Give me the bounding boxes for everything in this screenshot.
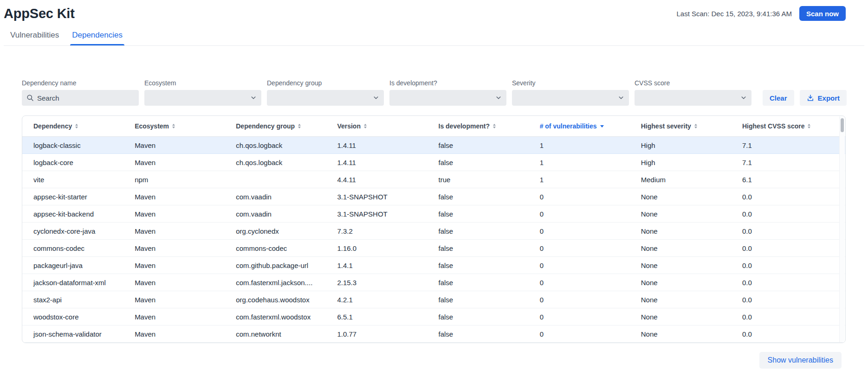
show-vulnerabilities-button[interactable]: Show vulnerabilities [759, 352, 842, 369]
sort-icon[interactable] [493, 124, 496, 128]
table-row[interactable]: vite npm 4.4.11 true 1 Medium 6.1 [22, 171, 845, 188]
cell-highest-cvss: 7.1 [735, 159, 836, 166]
cell-vulnerabilities: 0 [532, 193, 634, 201]
cell-highest-severity: None [634, 279, 735, 287]
cell-dependency-group: com.networknt [228, 330, 330, 338]
filter-dependency-name: Dependency name [22, 79, 139, 106]
chevron-down-icon [740, 95, 747, 101]
top-bar: AppSec Kit Last Scan: Dec 15, 2023, 9:41… [0, 0, 868, 22]
column-header-label: Ecosystem [135, 122, 169, 130]
table-row[interactable]: jackson-dataformat-xml Maven com.fasterx… [22, 274, 845, 291]
table-row[interactable]: logback-classic Maven ch.qos.logback 1.4… [22, 137, 845, 154]
filter-label: Dependency group [267, 79, 384, 87]
column-header-highest-severity[interactable]: Highest severity [634, 122, 735, 130]
table-row[interactable]: commons-codec Maven commons-codec 1.16.0… [22, 240, 845, 257]
filter-severity: Severity [512, 79, 629, 106]
sort-icon[interactable] [298, 124, 301, 128]
column-header-version[interactable]: Version [330, 122, 431, 130]
cell-highest-cvss: 0.0 [735, 296, 836, 304]
column-header-label: Dependency group [236, 122, 295, 130]
cell-dependency: appsec-kit-backend [26, 210, 127, 218]
search-input[interactable] [22, 90, 139, 106]
cell-is-development: false [431, 262, 532, 269]
cell-dependency: commons-codec [26, 244, 127, 252]
page-title: AppSec Kit [4, 6, 75, 21]
tab-dependencies[interactable]: Dependencies [65, 29, 129, 45]
cell-version: 2.15.3 [330, 279, 431, 287]
cell-dependency: appsec-kit-starter [26, 193, 127, 201]
column-header-label: Dependency [33, 122, 72, 130]
cell-dependency: json-schema-validator [26, 330, 127, 338]
table-row[interactable]: cyclonedx-core-java Maven org.cyclonedx … [22, 223, 845, 240]
cell-ecosystem: Maven [127, 330, 228, 338]
column-header-label: Is development? [439, 122, 490, 130]
vertical-scrollbar[interactable] [839, 116, 845, 342]
column-header-dependency-group[interactable]: Dependency group [228, 122, 330, 130]
sort-icon[interactable] [600, 125, 604, 128]
table-footer: Show vulnerabilities [0, 352, 842, 369]
sort-icon[interactable] [172, 124, 175, 128]
select-dropdown[interactable] [512, 90, 629, 106]
cell-highest-cvss: 7.1 [735, 141, 836, 149]
cell-vulnerabilities: 0 [532, 210, 634, 218]
cell-dependency: woodstox-core [26, 313, 127, 321]
sort-icon[interactable] [808, 124, 810, 128]
column-header-of-vulnerabilities[interactable]: # of vulnerabilities [532, 122, 634, 130]
select-dropdown[interactable] [635, 90, 751, 106]
table-row[interactable]: appsec-kit-backend Maven com.vaadin 3.1-… [22, 205, 845, 223]
cell-highest-cvss: 0.0 [735, 244, 836, 252]
filter-cvss-score: CVSS score [635, 79, 751, 106]
clear-button[interactable]: Clear [763, 90, 794, 106]
table-row[interactable]: woodstox-core Maven com.fasterxml.woodst… [22, 308, 845, 325]
filter-label: Is development? [389, 79, 506, 87]
cell-dependency-group: org.cyclonedx [228, 227, 330, 235]
column-header-label: # of vulnerabilities [540, 122, 597, 130]
column-header-ecosystem[interactable]: Ecosystem [127, 122, 228, 130]
table-row[interactable]: appsec-kit-starter Maven com.vaadin 3.1-… [22, 188, 845, 205]
cell-vulnerabilities: 1 [532, 176, 634, 184]
select-dropdown[interactable] [267, 90, 384, 106]
sort-icon[interactable] [694, 124, 697, 128]
filter-label: CVSS score [635, 79, 751, 87]
column-header-highest-cvss-score[interactable]: Highest CVSS score [735, 122, 836, 130]
cell-dependency: jackson-dataformat-xml [26, 279, 127, 287]
cell-ecosystem: Maven [127, 244, 228, 252]
table-row[interactable]: packageurl-java Maven com.github.package… [22, 257, 845, 274]
cell-dependency-group: ch.qos.logback [228, 159, 330, 166]
filter-label: Ecosystem [144, 79, 261, 87]
cell-ecosystem: Maven [127, 227, 228, 235]
select-dropdown[interactable] [144, 90, 261, 106]
cell-dependency-group: commons-codec [228, 244, 330, 252]
table-row[interactable]: json-schema-validator Maven com.networkn… [22, 325, 845, 343]
column-header-dependency[interactable]: Dependency [26, 122, 127, 130]
cell-dependency-group: com.fasterxml.woodstox [228, 313, 330, 321]
cell-dependency-group: ch.qos.logback [228, 141, 330, 149]
cell-vulnerabilities: 0 [532, 296, 634, 304]
select-dropdown[interactable] [389, 90, 506, 106]
cell-vulnerabilities: 0 [532, 313, 634, 321]
export-button[interactable]: Export [800, 90, 847, 106]
chevron-down-icon [618, 95, 624, 101]
cell-dependency: stax2-api [26, 296, 127, 304]
cell-version: 3.1-SNAPSHOT [330, 210, 431, 218]
cell-is-development: false [431, 193, 532, 201]
scrollbar-thumb[interactable] [841, 118, 844, 132]
cell-version: 1.4.11 [330, 141, 431, 149]
search-icon [26, 94, 34, 102]
cell-version: 1.4.1 [330, 262, 431, 269]
cell-is-development: false [431, 279, 532, 287]
table-row[interactable]: logback-core Maven ch.qos.logback 1.4.11… [22, 154, 845, 171]
export-button-label: Export [818, 94, 840, 102]
tab-vulnerabilities[interactable]: Vulnerabilities [4, 29, 65, 45]
search-text-input[interactable] [37, 94, 134, 102]
sort-icon[interactable] [75, 124, 78, 128]
scan-now-button[interactable]: Scan now [799, 6, 846, 21]
cell-highest-severity: None [634, 330, 735, 338]
cell-vulnerabilities: 1 [532, 141, 634, 149]
table-row[interactable]: stax2-api Maven org.codehaus.woodstox 4.… [22, 291, 845, 308]
sort-icon[interactable] [364, 124, 367, 128]
filter-dependency-group: Dependency group [267, 79, 384, 106]
chevron-down-icon [495, 95, 502, 101]
column-header-is-development[interactable]: Is development? [431, 122, 532, 130]
tab-bar: Vulnerabilities Dependencies [4, 29, 864, 46]
